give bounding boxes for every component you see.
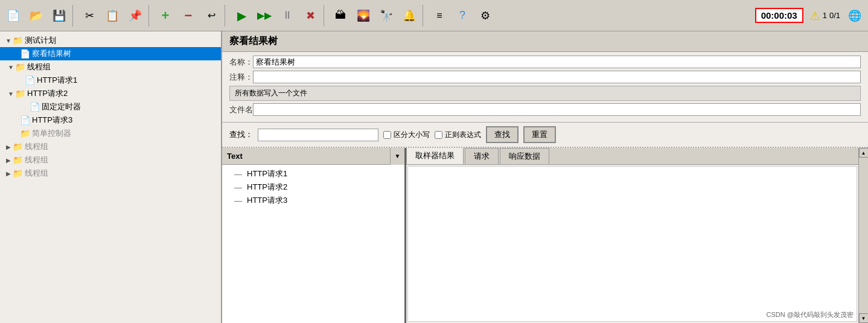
result-dash-2: — bbox=[234, 196, 242, 205]
tab-sampler-result[interactable]: 取样器结果 bbox=[406, 148, 464, 164]
tree-label-timer: 固定定时器 bbox=[42, 101, 81, 112]
new-file-button[interactable]: 📄 bbox=[2, 5, 24, 27]
page-info: 0/1 bbox=[829, 11, 840, 20]
tree-item-result-tree[interactable]: 📄 察看结果树 bbox=[0, 47, 221, 60]
expand-icon-sc bbox=[12, 130, 19, 137]
filename-label: 文件名 bbox=[229, 104, 253, 115]
tree-item-tg4[interactable]: ▶ 📁 线程组 bbox=[0, 167, 221, 180]
open-button[interactable]: 📂 bbox=[25, 5, 47, 27]
timer-display: 00:00:03 bbox=[755, 8, 803, 23]
paste-button[interactable]: 📌 bbox=[124, 5, 146, 27]
folder-icon-tg4: 📁 bbox=[13, 168, 23, 178]
tree-item-http3[interactable]: 📄 HTTP请求3 bbox=[0, 114, 221, 127]
expand-icon-http3 bbox=[12, 117, 19, 124]
search-input[interactable] bbox=[258, 129, 378, 141]
expand-icon-test-plan[interactable]: ▼ bbox=[5, 37, 12, 44]
img1-button[interactable]: 🏔 bbox=[330, 5, 351, 27]
result-label-0: HTTP请求1 bbox=[247, 168, 287, 179]
folder-icon-tg1: 📁 bbox=[15, 62, 25, 72]
expand-icon-timer bbox=[22, 104, 29, 110]
content-panel: 察看结果树 名称： 注释： 所有数据写入一个文件 文件名 查找： 区分大小 bbox=[222, 31, 868, 323]
result-item-0[interactable]: — HTTP请求1 bbox=[225, 167, 402, 181]
main-container: ▼ 📁 测试计划 📄 察看结果树 ▼ 📁 线程组 📄 HTTP请求1 bbox=[0, 31, 868, 323]
tree-item-tg2[interactable]: ▶ 📁 线程组 bbox=[0, 140, 221, 153]
tree-label-tg4: 线程组 bbox=[25, 168, 48, 179]
results-tree-pane: Text ▼ — HTTP请求1 — HTTP请求2 — HTTP请求3 bbox=[222, 148, 406, 323]
folder-icon-tg3: 📁 bbox=[13, 155, 23, 165]
case-sensitive-group: 区分大小写 bbox=[383, 130, 430, 140]
settings-button[interactable]: ⚙ bbox=[474, 5, 496, 27]
result-dash-1: — bbox=[234, 183, 242, 192]
globe-button[interactable]: 🌐 bbox=[844, 5, 866, 27]
search-area: 查找： 区分大小写 正则表达式 查找 重置 bbox=[222, 123, 868, 148]
tree-item-thread-group-1[interactable]: ▼ 📁 线程组 bbox=[0, 60, 221, 74]
tree-item-test-plan[interactable]: ▼ 📁 测试计划 bbox=[0, 34, 221, 47]
case-sensitive-label: 区分大小写 bbox=[394, 130, 430, 140]
binoculars-button[interactable]: 🔭 bbox=[375, 5, 397, 27]
expand-icon-tg3[interactable]: ▶ bbox=[5, 157, 12, 164]
bell-button[interactable]: 🔔 bbox=[398, 5, 420, 27]
panel-header: 察看结果树 bbox=[222, 31, 868, 52]
tree-item-http2[interactable]: ▼ 📁 HTTP请求2 bbox=[0, 87, 221, 100]
search-button[interactable]: 查找 bbox=[486, 126, 519, 143]
folder-icon-http2: 📁 bbox=[15, 89, 25, 98]
file-icon-http1: 📄 bbox=[25, 75, 35, 85]
list-button[interactable]: ≡ bbox=[429, 5, 450, 27]
name-input[interactable] bbox=[253, 56, 861, 68]
filename-input[interactable] bbox=[253, 103, 861, 116]
tabs-header: 取样器结果 请求 响应数据 bbox=[406, 148, 858, 165]
help-button[interactable]: ? bbox=[452, 5, 473, 27]
tree-item-simple-controller[interactable]: 📁 简单控制器 bbox=[0, 127, 221, 140]
result-label-1: HTTP请求2 bbox=[247, 182, 287, 193]
expand-icon-tg4[interactable]: ▶ bbox=[5, 170, 12, 177]
tree-label-sc: 简单控制器 bbox=[32, 128, 71, 139]
tree-item-fixed-timer[interactable]: 📄 固定定时器 bbox=[0, 100, 221, 114]
result-item-1[interactable]: — HTTP请求2 bbox=[225, 181, 402, 194]
separator-5 bbox=[423, 5, 426, 27]
stop-button[interactable]: ✖ bbox=[299, 5, 321, 27]
play-all-button[interactable]: ▶▶ bbox=[254, 5, 275, 27]
pause-button[interactable]: ⏸ bbox=[276, 5, 298, 27]
copy-button[interactable]: 📋 bbox=[101, 5, 123, 27]
undo-button[interactable]: ↩ bbox=[200, 5, 222, 27]
search-label: 查找： bbox=[229, 129, 253, 140]
add-button[interactable]: + bbox=[155, 5, 176, 27]
file-icon-http3: 📄 bbox=[20, 115, 30, 125]
scroll-up-button[interactable]: ▲ bbox=[859, 148, 869, 158]
expand-icon-http2[interactable]: ▼ bbox=[7, 91, 14, 97]
filename-row: 文件名 bbox=[229, 103, 861, 116]
data-body bbox=[407, 166, 857, 322]
tree-label-http3: HTTP请求3 bbox=[32, 115, 72, 126]
result-dash-0: — bbox=[234, 170, 242, 179]
tab-response-data[interactable]: 响应数据 bbox=[500, 148, 549, 164]
tree-label-http1: HTTP请求1 bbox=[37, 75, 77, 86]
remove-button[interactable]: − bbox=[177, 5, 199, 27]
expand-icon-tg2[interactable]: ▶ bbox=[5, 144, 12, 150]
regex-label: 正则表达式 bbox=[445, 130, 481, 140]
right-scrollbar[interactable]: ▲ ▼ bbox=[858, 148, 868, 323]
results-dropdown-button[interactable]: ▼ bbox=[390, 148, 404, 165]
result-item-2[interactable]: — HTTP请求3 bbox=[225, 194, 402, 207]
img2-button[interactable]: 🌄 bbox=[353, 5, 374, 27]
regex-checkbox[interactable] bbox=[435, 131, 442, 139]
tree-item-tg3[interactable]: ▶ 📁 线程组 bbox=[0, 153, 221, 167]
tree-label-tg1: 线程组 bbox=[27, 62, 51, 72]
folder-icon-sc: 📁 bbox=[20, 129, 30, 138]
tree-item-http1[interactable]: 📄 HTTP请求1 bbox=[0, 74, 221, 87]
expand-icon-result-tree bbox=[12, 51, 19, 57]
save-button[interactable]: 💾 bbox=[48, 5, 70, 27]
name-label: 名称： bbox=[229, 57, 253, 68]
all-data-section: 所有数据写入一个文件 bbox=[229, 86, 861, 101]
tree-panel: ▼ 📁 测试计划 📄 察看结果树 ▼ 📁 线程组 📄 HTTP请求1 bbox=[0, 31, 222, 323]
expand-icon-tg1[interactable]: ▼ bbox=[7, 64, 14, 71]
tab-request[interactable]: 请求 bbox=[465, 148, 499, 164]
scroll-down-button[interactable]: ▼ bbox=[859, 313, 869, 323]
tree-label-test-plan: 测试计划 bbox=[25, 35, 56, 46]
expand-icon-http1 bbox=[17, 77, 24, 84]
folder-icon-test-plan: 📁 bbox=[13, 36, 23, 45]
case-sensitive-checkbox[interactable] bbox=[383, 131, 391, 139]
play-button[interactable]: ▶ bbox=[231, 5, 252, 27]
cut-button[interactable]: ✂ bbox=[78, 5, 100, 27]
reset-button[interactable]: 重置 bbox=[523, 126, 556, 143]
comment-input[interactable] bbox=[253, 71, 861, 83]
